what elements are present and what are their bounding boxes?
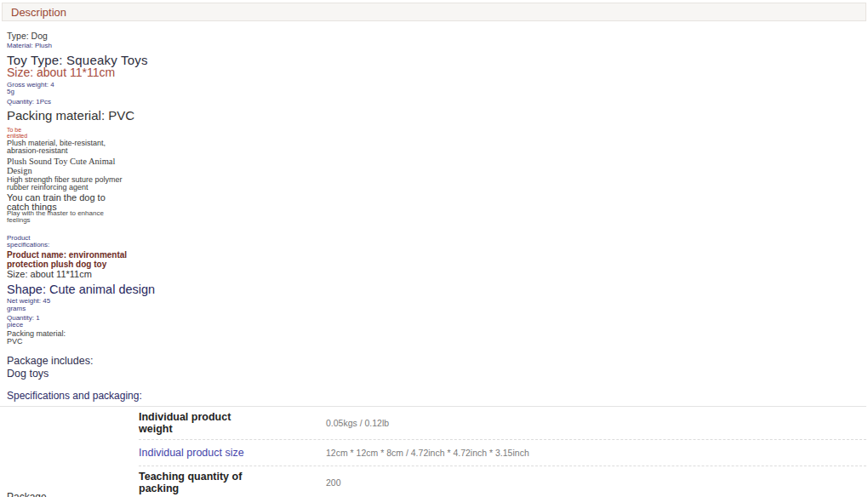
description-tab[interactable]: Description bbox=[2, 3, 866, 21]
description-line: Product name: environmental protection p… bbox=[7, 250, 296, 269]
spec-row: Individual product weight0.05kgs / 0.12l… bbox=[139, 407, 866, 440]
description-line: Quantity: 1Pcs bbox=[7, 99, 296, 106]
spec-label: Teaching quantity of packing bbox=[139, 471, 251, 494]
spec-row: Teaching quantity of packing200 bbox=[139, 466, 866, 497]
description-line: High strength fiber suture polymer rubbe… bbox=[7, 176, 296, 192]
product-description-page: Description Type: DogMaterial: PlushToy … bbox=[0, 0, 868, 497]
spec-label: Individual product size bbox=[139, 447, 251, 459]
spec-group-label: Package weight bbox=[7, 491, 66, 497]
description-line: Toy Type: Squeaky Toys bbox=[7, 54, 296, 67]
description-line: Packing material: PVC bbox=[7, 110, 296, 123]
description-line: Product specifications: bbox=[7, 235, 296, 249]
spec-row: Individual product size12cm * 12cm * 8cm… bbox=[139, 440, 866, 466]
description-line: Plush material, bite-resistant, abrasion… bbox=[7, 140, 296, 156]
description-body: Type: DogMaterial: PlushToy Type: Squeak… bbox=[0, 21, 296, 381]
description-line: Gross weight: 4 5g bbox=[7, 82, 296, 96]
description-line: Packing material: PVC bbox=[7, 330, 296, 346]
description-line: Size: about 11*11cm bbox=[7, 270, 296, 280]
spec-table: Package weight Individual product weight… bbox=[0, 406, 866, 497]
description-tab-label: Description bbox=[11, 6, 66, 19]
description-line: Material: Plush bbox=[7, 43, 296, 49]
description-line: Plush Sound Toy Cute Animal Design bbox=[7, 157, 296, 175]
spec-rows: Individual product weight0.05kgs / 0.12l… bbox=[139, 407, 866, 497]
spec-label: Individual product weight bbox=[139, 411, 251, 435]
description-line: Quantity: 1 piece bbox=[7, 315, 296, 329]
description-line: To be enlisted bbox=[7, 127, 296, 139]
spec-group-cell: Package weight bbox=[0, 407, 139, 497]
description-line: Package includes: Dog toys bbox=[7, 355, 296, 381]
description-line: Shape: Cute animal design bbox=[7, 283, 296, 295]
description-line: Net weight: 45 grams bbox=[7, 298, 296, 312]
description-line: Play with the master to enhance feelings bbox=[7, 210, 296, 225]
description-line: Type: Dog bbox=[7, 31, 296, 40]
spec-value: 0.05kgs / 0.12lb bbox=[326, 418, 389, 428]
spec-value: 200 bbox=[326, 477, 341, 488]
spec-section-heading: Specifications and packaging: bbox=[0, 390, 868, 402]
spec-value: 12cm * 12cm * 8cm / 4.72inch * 4.72inch … bbox=[326, 448, 529, 458]
description-line: Size: about 11*11cm bbox=[7, 67, 296, 79]
